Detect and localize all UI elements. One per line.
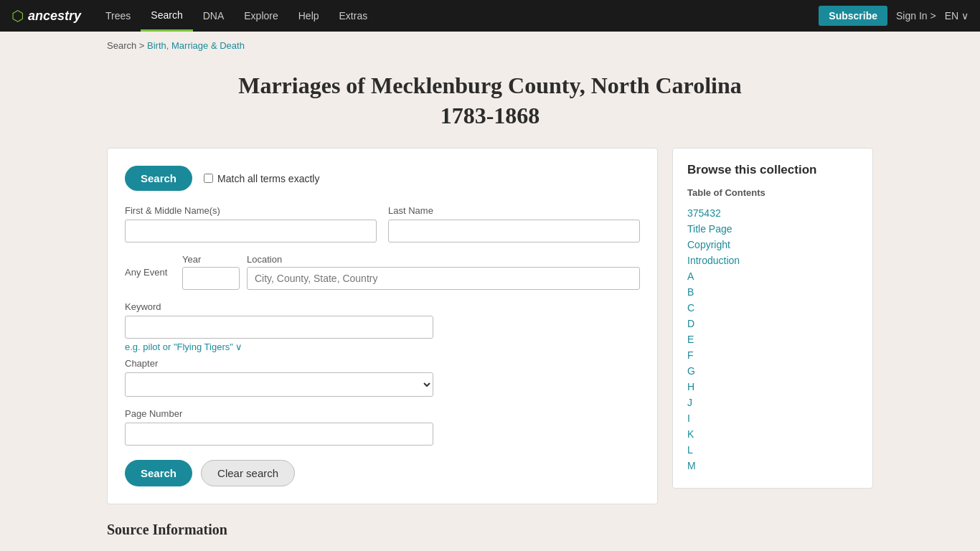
toc-item[interactable]: F [687,347,858,363]
page-number-input[interactable] [125,423,433,446]
clear-search-button[interactable]: Clear search [201,460,295,486]
toc-item[interactable]: Copyright [687,237,858,253]
any-event-row: Any Event Year Location [125,254,640,290]
any-event-label: Any Event [125,267,175,278]
toc-link[interactable]: D [687,318,694,329]
match-exact-text: Match all terms exactly [217,173,319,184]
toc-item[interactable]: I [687,410,858,426]
nav-trees[interactable]: Trees [95,0,141,32]
toc-link[interactable]: H [687,381,694,392]
toc-item[interactable]: L [687,442,858,458]
toc-item[interactable]: H [687,379,858,395]
search-top-bar: Search Match all terms exactly [125,166,640,191]
toc-item[interactable]: 375432 [687,205,858,221]
year-label: Year [182,254,240,265]
match-exact-checkbox[interactable] [204,174,213,183]
toc-item[interactable]: B [687,284,858,300]
toc-link[interactable]: B [687,286,694,298]
toc-item[interactable]: D [687,316,858,331]
toc-item[interactable]: G [687,363,858,379]
logo-text: ancestry [28,9,81,24]
last-name-input[interactable] [388,220,640,242]
ancestry-logo-icon: ⬡ [11,7,24,24]
breadcrumb-search[interactable]: Search [107,40,136,51]
toc-list: 375432Title PageCopyrightIntroductionABC… [687,205,858,474]
toc-item[interactable]: J [687,395,858,410]
breadcrumb-separator: > [139,40,147,51]
toc-item[interactable]: M [687,458,858,474]
breadcrumb: Search > Birth, Marriage & Death [95,40,885,51]
toc-link[interactable]: F [687,349,694,361]
location-label: Location [247,254,640,265]
toc-link[interactable]: Copyright [687,239,730,250]
keyword-label: Keyword [125,301,640,312]
nav-search[interactable]: Search [141,0,192,32]
logo[interactable]: ⬡ ancestry [11,7,81,24]
nav-dna[interactable]: DNA [193,0,235,32]
search-top-button[interactable]: Search [125,166,192,191]
source-info-section: Source Information [107,522,873,538]
source-info-heading: Source Information [107,522,873,538]
toc-item[interactable]: Title Page [687,221,858,237]
nav-explore[interactable]: Explore [234,0,288,32]
keyword-input[interactable] [125,316,433,339]
toc-item[interactable]: C [687,300,858,316]
toc-link[interactable]: Title Page [687,223,732,235]
keyword-group: Keyword e.g. pilot or "Flying Tigers" ∨ [125,301,640,352]
subscribe-button[interactable]: Subscribe [819,6,887,26]
breadcrumb-link[interactable]: Birth, Marriage & Death [147,40,245,51]
toc-link[interactable]: J [687,397,692,408]
toc-link[interactable]: K [687,428,694,440]
first-name-label: First & Middle Name(s) [125,205,377,216]
last-name-group: Last Name [388,205,640,242]
toc-link[interactable]: L [687,444,693,456]
page-title: Marriages of Mecklenburg County, North C… [107,71,873,131]
keyword-hint[interactable]: e.g. pilot or "Flying Tigers" ∨ [125,342,640,352]
toc-label: Table of Contents [687,187,858,198]
signin-link[interactable]: Sign In > [896,10,936,22]
main-content: Marriages of Mecklenburg County, North C… [95,51,885,550]
toc-item[interactable]: A [687,268,858,284]
match-exact-label[interactable]: Match all terms exactly [204,173,319,184]
toc-link[interactable]: C [687,302,694,314]
chapter-group: Chapter [125,358,433,397]
toc-link[interactable]: E [687,334,694,345]
nav-right: Subscribe Sign In > EN ∨ [819,6,969,26]
chapter-label: Chapter [125,358,433,369]
first-name-group: First & Middle Name(s) [125,205,377,242]
toc-link[interactable]: I [687,413,690,424]
search-panel: Search Match all terms exactly First & M… [107,148,658,504]
toc-link[interactable]: M [687,460,696,471]
nav-links: Trees Search DNA Explore Help Extras [95,0,819,32]
toc-link[interactable]: A [687,270,694,282]
first-name-input[interactable] [125,220,377,242]
year-input[interactable] [182,267,240,290]
two-col-layout: Search Match all terms exactly First & M… [107,148,873,504]
sidebar-heading: Browse this collection [687,163,858,177]
chapter-select[interactable] [125,372,433,397]
toc-item[interactable]: K [687,426,858,442]
page-number-group: Page Number [125,408,433,446]
search-bottom-button[interactable]: Search [125,460,192,486]
toc-link[interactable]: Introduction [687,255,740,266]
nav-help[interactable]: Help [288,0,329,32]
toc-item[interactable]: Introduction [687,253,858,268]
toc-link[interactable]: G [687,365,695,377]
language-selector[interactable]: EN ∨ [945,10,969,22]
location-input[interactable] [247,267,640,290]
toc-link[interactable]: 375432 [687,207,721,219]
main-nav: ⬡ ancestry Trees Search DNA Explore Help… [0,0,980,32]
sidebar: Browse this collection Table of Contents… [672,148,873,489]
page-title-line2: 1783-1868 [440,103,540,128]
nav-extras[interactable]: Extras [329,0,378,32]
name-row: First & Middle Name(s) Last Name [125,205,640,242]
page-number-label: Page Number [125,408,433,419]
last-name-label: Last Name [388,205,640,216]
page-title-line1: Marriages of Mecklenburg County, North C… [238,72,742,98]
bottom-buttons: Search Clear search [125,460,640,486]
toc-item[interactable]: E [687,331,858,347]
